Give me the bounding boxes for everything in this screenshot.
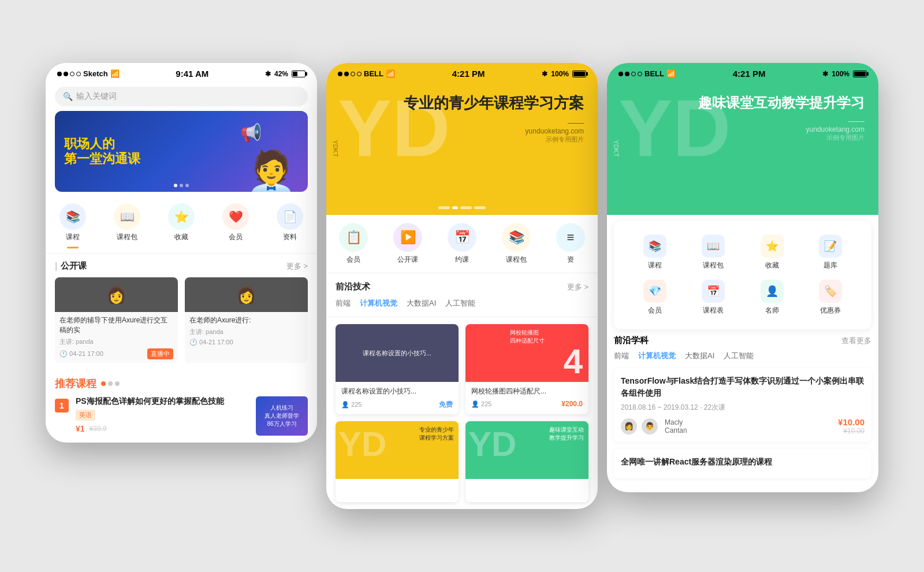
time-1: 9:41 AM — [176, 69, 208, 79]
nav2-resource[interactable]: ≡ 资 — [550, 223, 591, 265]
signal-dots-3 — [619, 72, 642, 76]
nav2-schedule[interactable]: 📅 约课 — [442, 223, 482, 265]
students-num-2: 225 — [481, 400, 491, 407]
grid-body-2: 网校轮播图四种适配尺... 👤 225 ¥200.0 — [465, 382, 588, 413]
section-header: | 公开课 更多 > — [55, 261, 308, 272]
sf-ai[interactable]: 大数据AI — [685, 351, 714, 361]
banner-dots2 — [438, 206, 486, 209]
battery-percent-1: 42% — [274, 70, 288, 78]
time-3: 4:21 PM — [733, 69, 766, 79]
more-link[interactable]: 更多 > — [286, 261, 308, 272]
nav-label-package: 课程包 — [117, 232, 137, 242]
grid-card-1[interactable]: 课程名称设置的小技巧... 课程名称设置的小技巧... 👤 225 免费 — [336, 324, 459, 414]
course-time-2: 🕐 04-21 17:00 — [189, 339, 233, 346]
recommend-card[interactable]: 1 PS海报配色详解如何更好的掌握配色技能 英语 ¥1 ¥39.9 人机练习真人… — [55, 396, 308, 436]
recommend-name: PS海报配色详解如何更好的掌握配色技能 — [76, 396, 249, 407]
nav3-package[interactable]: 📖 课程包 — [684, 230, 743, 275]
nav-item-package[interactable]: 📖 课程包 — [114, 203, 140, 248]
teacher-avatar-2: 👨 — [642, 418, 658, 434]
battery-icon-2 — [572, 70, 586, 77]
search-bar[interactable]: 🔍 输入关键词 — [55, 87, 308, 106]
grid-body-1: 课程名称设置的小技巧... 👤 225 免费 — [336, 382, 459, 414]
sf-aitech[interactable]: 人工智能 — [724, 351, 754, 361]
battery-percent-2: 100% — [551, 70, 569, 78]
students-num-1: 225 — [351, 401, 362, 408]
nav3-course[interactable]: 📚 课程 — [625, 230, 684, 275]
banner-sample-3: 示例专用图片 — [621, 133, 865, 142]
nav-icons-2: 📋 会员 ▶️ 公开课 📅 约课 📚 课程包 ≡ 资 — [326, 215, 598, 273]
banner-green[interactable]: YDKT YD 趣味课堂互动教学提升学习 —— yunduoketang.com… — [607, 82, 878, 215]
nav-item-member[interactable]: ❤️ 会员 — [222, 203, 249, 248]
nav3-coupon-label: 优惠券 — [820, 306, 841, 315]
grid-img-text-1: 课程名称设置的小技巧... — [358, 344, 436, 362]
course-card-1[interactable]: 👩 在老师的辅导下使用Axure进行交互稿的实 主讲: panda 🕐 04-2… — [55, 277, 178, 363]
banner-yellow-content: 专业的青少年课程学习方案 —— yunduoketang.com 示例专用图片 — [340, 94, 584, 144]
filter-aitech[interactable]: 人工智能 — [445, 298, 475, 309]
nav3-course-icon: 📚 — [643, 235, 666, 258]
banner-1[interactable]: 职场人的 第一堂沟通课 🧑‍💼 📢 — [55, 111, 308, 192]
sf-frontend[interactable]: 前端 — [614, 351, 629, 361]
phone-3: BELL 📶 4:21 PM ✱ 100% YDKT YD 趣味课堂互动教学提升… — [607, 63, 878, 492]
wifi-icon-3: 📶 — [666, 69, 676, 78]
price-row: ¥1 ¥39.9 — [76, 424, 249, 433]
status-right-1: ✱ 42% — [265, 70, 305, 78]
nav3-coupon[interactable]: 🏷️ 优惠券 — [802, 275, 860, 320]
students-2: 👤 225 — [471, 400, 491, 408]
filter-cv[interactable]: 计算机视觉 — [360, 298, 397, 309]
banner-dot-2 — [180, 184, 183, 187]
nav3-question-label: 题库 — [824, 261, 837, 270]
banner-yellow[interactable]: YDKT YD 专业的青少年课程学习方案 —— yunduoketang.com… — [326, 82, 598, 215]
nav-label-member: 会员 — [229, 232, 243, 242]
nav2-member-icon: 📋 — [339, 223, 368, 252]
nav3-schedule[interactable]: 📅 课程表 — [684, 275, 743, 320]
teacher-name-1: Macly — [665, 418, 687, 426]
banner-dots — [174, 184, 189, 187]
filter-frontend[interactable]: 前端 — [336, 298, 351, 309]
nav3-collect-icon: ⭐ — [761, 235, 784, 258]
grid-card-4[interactable]: YD 趣味课堂互动教学提升学习 — [465, 421, 588, 502]
bd2-1 — [438, 206, 450, 209]
live-badge-1: 直播中 — [147, 348, 173, 359]
nav-item-collect[interactable]: ⭐ 收藏 — [168, 203, 195, 248]
course-teacher-1: 主讲: panda — [59, 337, 173, 346]
students-1: 👤 225 — [341, 401, 362, 408]
nav2-opencourse[interactable]: ▶️ 公开课 — [388, 223, 428, 265]
wifi-icon-1: 📶 — [110, 69, 120, 78]
banner-text-1: 职场人的 第一堂沟通课 — [64, 136, 140, 167]
sf-cv[interactable]: 计算机视觉 — [638, 351, 676, 361]
banner-url-3: yunduoketang.com — [621, 125, 865, 133]
nav-item-course[interactable]: 📚 课程 — [59, 203, 86, 248]
nav2-resource-label: 资 — [567, 255, 574, 265]
course-detail-1[interactable]: TensorFlow与Flask结合打造手写体数字识别通过一个小案例出串联各组件… — [614, 368, 871, 442]
grid-img-1: 课程名称设置的小技巧... — [336, 324, 459, 382]
nav2-package[interactable]: 📚 课程包 — [496, 223, 536, 265]
carrier-1: Sketch — [83, 69, 108, 78]
filter-ai[interactable]: 大数据AI — [407, 298, 436, 309]
nav3-teacher[interactable]: 👤 名师 — [743, 275, 802, 320]
banner-green-content: 趣味课堂互动教学提升学习 —— yunduoketang.com 示例专用图片 — [621, 94, 865, 142]
section-title: | 公开课 — [55, 261, 87, 272]
tech-more[interactable]: 更多 > — [567, 282, 588, 292]
sig-d1-3 — [619, 72, 623, 76]
recommend-section: 推荐课程 1 PS海报配色详解如何更好的掌握配色技能 英语 ¥1 ¥39.9 — [46, 370, 317, 443]
bluetooth-icon-1: ✱ — [265, 70, 271, 78]
price-now: ¥1 — [76, 424, 85, 433]
nav2-member[interactable]: 📋 会员 — [333, 223, 374, 265]
nav2-resource-icon: ≡ — [556, 223, 585, 252]
grid-card-2[interactable]: 4 网校轮播图四种适配尺寸 网校轮播图四种适配尺... 👤 225 ¥200.0 — [465, 324, 588, 414]
grid-title-1: 课程名称设置的小技巧... — [341, 387, 453, 396]
grid-card-3[interactable]: YD 专业的青少年课程学习方案 — [336, 421, 459, 502]
bluetooth-icon-2: ✱ — [542, 70, 547, 78]
nav3-question[interactable]: 📝 题库 — [802, 230, 860, 275]
banner-green-title: 趣味课堂互动教学提升学习 — [621, 94, 865, 112]
phone-2: BELL 📶 4:21 PM ✱ 100% YDKT YD 专业的青少年课程学习… — [326, 63, 598, 509]
course-detail-2[interactable]: 全网唯一讲解React服务器渲染原理的课程 — [614, 449, 871, 478]
teacher-name-2: Cantan — [665, 426, 687, 434]
nav3-collect[interactable]: ⭐ 收藏 — [743, 230, 802, 275]
subject-more[interactable]: 查看更多 — [841, 336, 871, 346]
subject-header: 前沿学科 查看更多 — [614, 335, 871, 346]
course-card-2[interactable]: 👩 在老师的Axure进行: 主讲: panda 🕐 04-21 17:00 — [185, 277, 308, 363]
nav3-member[interactable]: 💎 会员 — [625, 275, 684, 320]
course-title-1: 在老师的辅导下使用Axure进行交互稿的实 — [59, 315, 173, 335]
nav-item-material[interactable]: 📄 资料 — [277, 203, 303, 248]
